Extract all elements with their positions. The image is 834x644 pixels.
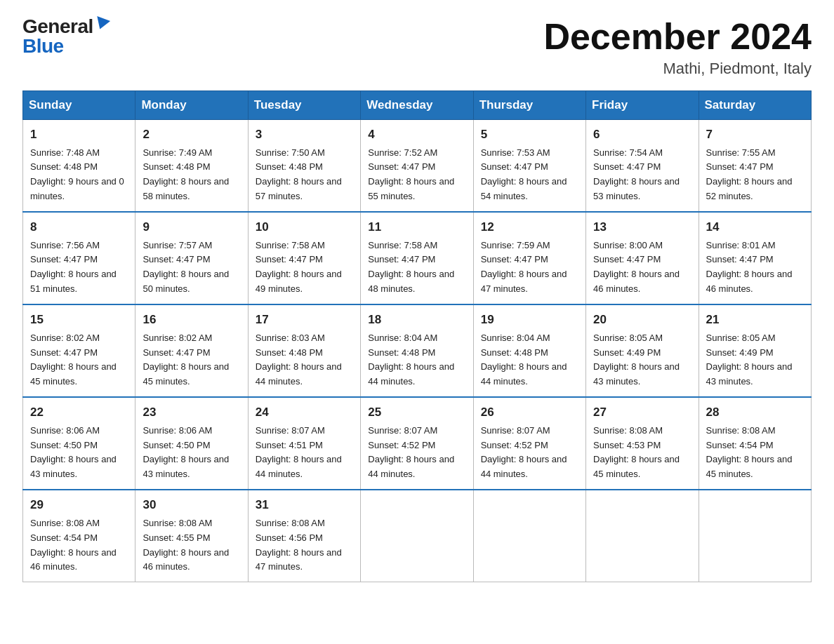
cell-info: Sunrise: 8:08 AMSunset: 4:53 PMDaylight:… xyxy=(593,425,680,480)
calendar-cell: 28 Sunrise: 8:08 AMSunset: 4:54 PMDaylig… xyxy=(699,397,811,490)
day-number: 5 xyxy=(481,126,578,144)
day-number: 24 xyxy=(256,403,353,422)
day-number: 14 xyxy=(706,218,804,236)
cell-info: Sunrise: 8:02 AMSunset: 4:47 PMDaylight:… xyxy=(30,333,117,387)
cell-info: Sunrise: 8:05 AMSunset: 4:49 PMDaylight:… xyxy=(706,333,793,387)
month-title: December 2024 xyxy=(543,17,812,57)
cell-info: Sunrise: 8:08 AMSunset: 4:55 PMDaylight:… xyxy=(143,518,229,572)
day-number: 22 xyxy=(30,403,128,422)
day-number: 12 xyxy=(481,218,578,236)
day-number: 10 xyxy=(256,218,353,236)
day-number: 20 xyxy=(593,311,691,329)
calendar-cell: 8 Sunrise: 7:56 AMSunset: 4:47 PMDayligh… xyxy=(23,212,135,304)
calendar-week-row: 1 Sunrise: 7:48 AMSunset: 4:48 PMDayligh… xyxy=(23,120,812,213)
calendar-week-row: 15 Sunrise: 8:02 AMSunset: 4:47 PMDaylig… xyxy=(23,304,812,397)
calendar-cell: 27 Sunrise: 8:08 AMSunset: 4:53 PMDaylig… xyxy=(586,397,699,490)
cell-info: Sunrise: 8:02 AMSunset: 4:47 PMDaylight:… xyxy=(143,333,229,387)
cell-info: Sunrise: 8:08 AMSunset: 4:56 PMDaylight:… xyxy=(256,518,342,572)
calendar-cell: 16 Sunrise: 8:02 AMSunset: 4:47 PMDaylig… xyxy=(135,304,248,397)
calendar-cell: 4 Sunrise: 7:52 AMSunset: 4:47 PMDayligh… xyxy=(361,120,473,213)
cell-info: Sunrise: 7:49 AMSunset: 4:48 PMDaylight:… xyxy=(143,147,229,202)
day-number: 28 xyxy=(706,403,804,422)
calendar-cell: 24 Sunrise: 8:07 AMSunset: 4:51 PMDaylig… xyxy=(248,397,360,490)
calendar-cell: 25 Sunrise: 8:07 AMSunset: 4:52 PMDaylig… xyxy=(361,397,473,490)
calendar-cell: 20 Sunrise: 8:05 AMSunset: 4:49 PMDaylig… xyxy=(586,304,699,397)
cell-info: Sunrise: 8:03 AMSunset: 4:48 PMDaylight:… xyxy=(256,333,342,387)
cell-info: Sunrise: 8:06 AMSunset: 4:50 PMDaylight:… xyxy=(143,425,229,480)
calendar-week-row: 29 Sunrise: 8:08 AMSunset: 4:54 PMDaylig… xyxy=(23,490,812,582)
day-number: 17 xyxy=(256,311,353,329)
calendar-cell: 10 Sunrise: 7:58 AMSunset: 4:47 PMDaylig… xyxy=(248,212,360,304)
calendar-week-row: 8 Sunrise: 7:56 AMSunset: 4:47 PMDayligh… xyxy=(23,212,812,304)
calendar-table: SundayMondayTuesdayWednesdayThursdayFrid… xyxy=(22,90,812,582)
day-number: 15 xyxy=(30,311,128,329)
calendar-cell: 15 Sunrise: 8:02 AMSunset: 4:47 PMDaylig… xyxy=(23,304,135,397)
day-number: 23 xyxy=(143,403,240,422)
logo-triangle-icon xyxy=(93,16,110,32)
calendar-header-row: SundayMondayTuesdayWednesdayThursdayFrid… xyxy=(23,91,812,120)
day-number: 18 xyxy=(368,311,465,329)
cell-info: Sunrise: 7:53 AMSunset: 4:47 PMDaylight:… xyxy=(481,147,567,202)
day-number: 6 xyxy=(593,126,691,144)
cell-info: Sunrise: 8:06 AMSunset: 4:50 PMDaylight:… xyxy=(30,425,117,480)
calendar-cell xyxy=(586,490,699,582)
calendar-cell: 1 Sunrise: 7:48 AMSunset: 4:48 PMDayligh… xyxy=(23,120,135,213)
calendar-cell: 7 Sunrise: 7:55 AMSunset: 4:47 PMDayligh… xyxy=(699,120,811,213)
calendar-cell: 22 Sunrise: 8:06 AMSunset: 4:50 PMDaylig… xyxy=(23,397,135,490)
logo: General Blue xyxy=(22,17,109,56)
page-header: General Blue December 2024 Mathi, Piedmo… xyxy=(22,17,812,78)
cell-info: Sunrise: 7:50 AMSunset: 4:48 PMDaylight:… xyxy=(256,147,342,202)
calendar-cell: 26 Sunrise: 8:07 AMSunset: 4:52 PMDaylig… xyxy=(473,397,585,490)
cell-info: Sunrise: 7:57 AMSunset: 4:47 PMDaylight:… xyxy=(143,240,229,295)
day-number: 16 xyxy=(143,311,240,329)
cell-info: Sunrise: 7:58 AMSunset: 4:47 PMDaylight:… xyxy=(368,240,454,295)
calendar-cell xyxy=(361,490,473,582)
day-number: 8 xyxy=(30,218,128,236)
calendar-header-tuesday: Tuesday xyxy=(248,91,360,120)
day-number: 1 xyxy=(30,126,128,144)
calendar-cell: 31 Sunrise: 8:08 AMSunset: 4:56 PMDaylig… xyxy=(248,490,360,582)
cell-info: Sunrise: 8:01 AMSunset: 4:47 PMDaylight:… xyxy=(706,240,793,295)
day-number: 25 xyxy=(368,403,465,422)
day-number: 4 xyxy=(368,126,465,144)
day-number: 2 xyxy=(143,126,240,144)
calendar-header-monday: Monday xyxy=(135,91,248,120)
cell-info: Sunrise: 7:56 AMSunset: 4:47 PMDaylight:… xyxy=(30,240,117,295)
calendar-cell xyxy=(699,490,811,582)
calendar-cell: 18 Sunrise: 8:04 AMSunset: 4:48 PMDaylig… xyxy=(361,304,473,397)
cell-info: Sunrise: 7:58 AMSunset: 4:47 PMDaylight:… xyxy=(256,240,342,295)
day-number: 31 xyxy=(256,496,353,514)
calendar-cell: 2 Sunrise: 7:49 AMSunset: 4:48 PMDayligh… xyxy=(135,120,248,213)
day-number: 30 xyxy=(143,496,240,514)
day-number: 13 xyxy=(593,218,691,236)
day-number: 9 xyxy=(143,218,240,236)
location: Mathi, Piedmont, Italy xyxy=(543,60,812,78)
day-number: 11 xyxy=(368,218,465,236)
cell-info: Sunrise: 7:59 AMSunset: 4:47 PMDaylight:… xyxy=(481,240,567,295)
calendar-header-thursday: Thursday xyxy=(473,91,585,120)
calendar-cell: 9 Sunrise: 7:57 AMSunset: 4:47 PMDayligh… xyxy=(135,212,248,304)
cell-info: Sunrise: 8:05 AMSunset: 4:49 PMDaylight:… xyxy=(593,333,680,387)
calendar-header-wednesday: Wednesday xyxy=(361,91,473,120)
calendar-header-friday: Friday xyxy=(586,91,699,120)
calendar-cell xyxy=(473,490,585,582)
day-number: 29 xyxy=(30,496,128,514)
calendar-cell: 19 Sunrise: 8:04 AMSunset: 4:48 PMDaylig… xyxy=(473,304,585,397)
calendar-cell: 30 Sunrise: 8:08 AMSunset: 4:55 PMDaylig… xyxy=(135,490,248,582)
calendar-cell: 11 Sunrise: 7:58 AMSunset: 4:47 PMDaylig… xyxy=(361,212,473,304)
calendar-cell: 29 Sunrise: 8:08 AMSunset: 4:54 PMDaylig… xyxy=(23,490,135,582)
cell-info: Sunrise: 8:07 AMSunset: 4:51 PMDaylight:… xyxy=(256,425,342,480)
calendar-cell: 14 Sunrise: 8:01 AMSunset: 4:47 PMDaylig… xyxy=(699,212,811,304)
day-number: 7 xyxy=(706,126,804,144)
cell-info: Sunrise: 8:00 AMSunset: 4:47 PMDaylight:… xyxy=(593,240,680,295)
calendar-cell: 12 Sunrise: 7:59 AMSunset: 4:47 PMDaylig… xyxy=(473,212,585,304)
logo-general-text: General xyxy=(22,17,93,36)
title-block: December 2024 Mathi, Piedmont, Italy xyxy=(543,17,812,78)
cell-info: Sunrise: 7:55 AMSunset: 4:47 PMDaylight:… xyxy=(706,147,793,202)
calendar-cell: 3 Sunrise: 7:50 AMSunset: 4:48 PMDayligh… xyxy=(248,120,360,213)
cell-info: Sunrise: 7:48 AMSunset: 4:48 PMDaylight:… xyxy=(30,147,124,202)
cell-info: Sunrise: 7:52 AMSunset: 4:47 PMDaylight:… xyxy=(368,147,454,202)
day-number: 27 xyxy=(593,403,691,422)
calendar-cell: 5 Sunrise: 7:53 AMSunset: 4:47 PMDayligh… xyxy=(473,120,585,213)
calendar-cell: 17 Sunrise: 8:03 AMSunset: 4:48 PMDaylig… xyxy=(248,304,360,397)
